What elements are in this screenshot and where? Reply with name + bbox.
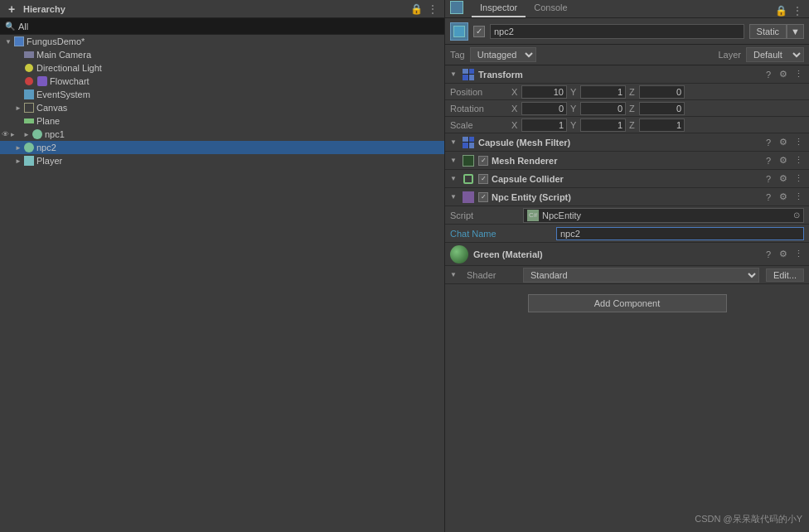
shader-row: ▼ Shader Standard Edit... bbox=[445, 266, 809, 284]
tab-console[interactable]: Console bbox=[526, 0, 575, 17]
mat-settings-icon[interactable]: ⚙ bbox=[778, 249, 789, 259]
mr-help-icon[interactable]: ? bbox=[763, 156, 774, 166]
shader-edit-button[interactable]: Edit... bbox=[766, 268, 804, 282]
pos-x-label: X bbox=[511, 87, 520, 97]
mr-menu-icon[interactable]: ⋮ bbox=[792, 155, 804, 166]
position-fields: X Y Z bbox=[511, 85, 804, 99]
object-enabled-checkbox[interactable] bbox=[473, 26, 485, 37]
script-value-field[interactable]: C# NpcEntity ⊙ bbox=[523, 208, 804, 223]
scale-y-input[interactable] bbox=[580, 118, 626, 132]
tree-label-npc2: npc2 bbox=[36, 143, 56, 152]
expand-arrow-root[interactable] bbox=[3, 36, 13, 46]
hierarchy-add-button[interactable]: + bbox=[5, 2, 18, 16]
inspector-menu-icon[interactable]: ⋮ bbox=[791, 4, 804, 17]
shader-select[interactable]: Standard bbox=[523, 268, 759, 283]
tag-select[interactable]: Untagged bbox=[470, 47, 536, 62]
tree-item-canvas[interactable]: Canvas bbox=[0, 101, 444, 114]
eye-icon-npc1[interactable]: 👁 bbox=[2, 130, 9, 138]
expand-npc2[interactable] bbox=[13, 143, 23, 152]
transform-menu-icon[interactable]: ⋮ bbox=[792, 69, 804, 80]
expand-player[interactable] bbox=[13, 156, 23, 166]
tree-item-event-system[interactable]: EventSystem bbox=[0, 88, 444, 101]
transform-collapse-arrow: ▼ bbox=[450, 70, 458, 78]
rotation-z-field: Z bbox=[629, 102, 685, 115]
tree-item-npc1-row: 👁 ▸ npc1 bbox=[0, 128, 444, 141]
transform-settings-icon[interactable]: ⚙ bbox=[778, 69, 789, 80]
mesh-filter-grid-icon bbox=[463, 137, 474, 148]
mesh-renderer-checkbox[interactable] bbox=[478, 156, 488, 166]
inspector-lock-icon[interactable]: 🔒 bbox=[774, 4, 787, 17]
rot-z-label: Z bbox=[629, 104, 637, 114]
capsule-collider-header[interactable]: ▼ Capsule Collider ? ⚙ ⋮ bbox=[445, 170, 809, 188]
cmf-menu-icon[interactable]: ⋮ bbox=[792, 137, 804, 148]
collider-border-icon bbox=[463, 174, 473, 184]
tree-item-player[interactable]: Player bbox=[0, 154, 444, 167]
tree-item-flowchart[interactable]: Flowchart bbox=[0, 75, 444, 88]
tree-label-event-system: EventSystem bbox=[36, 89, 90, 99]
ne-settings-icon[interactable]: ⚙ bbox=[778, 191, 789, 202]
static-dropdown-button[interactable]: ▼ bbox=[787, 24, 804, 39]
hierarchy-search-bar: 🔍 bbox=[0, 18, 444, 35]
transform-scale-row: Scale X Y Z bbox=[445, 117, 809, 133]
tree-label-plane: Plane bbox=[36, 116, 60, 126]
npc-entity-title: Npc Entity (Script) bbox=[492, 192, 759, 202]
grid-cell-3 bbox=[463, 75, 468, 80]
cmf-settings-icon[interactable]: ⚙ bbox=[778, 137, 789, 148]
rotation-z-input[interactable] bbox=[639, 102, 685, 115]
object-name-input[interactable] bbox=[490, 24, 744, 39]
hierarchy-tree: FungusDemo* Main Camera Directional Ligh… bbox=[0, 35, 444, 532]
transform-component-header[interactable]: ▼ Transform ? ⚙ ⋮ bbox=[445, 65, 809, 84]
expand-npc1[interactable] bbox=[22, 129, 31, 139]
rotation-y-input[interactable] bbox=[580, 102, 626, 115]
script-link-icon[interactable]: ⊙ bbox=[793, 210, 800, 220]
cc-settings-icon[interactable]: ⚙ bbox=[778, 173, 789, 184]
capsule-collider-checkbox[interactable] bbox=[478, 174, 488, 184]
capsule-collider-icon bbox=[462, 172, 475, 186]
ne-help-icon[interactable]: ? bbox=[763, 192, 774, 202]
chat-name-input[interactable] bbox=[556, 227, 804, 240]
hierarchy-search-input[interactable] bbox=[18, 22, 439, 31]
tab-inspector-icon-area bbox=[445, 0, 472, 17]
tree-label-npc1: npc1 bbox=[45, 129, 65, 139]
tab-inspector[interactable]: Inspector bbox=[472, 0, 526, 17]
tree-item-main-camera[interactable]: Main Camera bbox=[0, 48, 444, 61]
mesh-renderer-header[interactable]: ▼ Mesh Renderer ? ⚙ ⋮ bbox=[445, 152, 809, 170]
mat-menu-icon[interactable]: ⋮ bbox=[792, 249, 804, 259]
cmf-help-icon[interactable]: ? bbox=[763, 138, 774, 148]
hierarchy-lock-icon[interactable]: 🔒 bbox=[409, 2, 423, 16]
tree-label-player: Player bbox=[36, 156, 62, 166]
hierarchy-menu-icon[interactable]: ⋮ bbox=[426, 2, 439, 16]
position-label: Position bbox=[450, 87, 508, 97]
position-z-input[interactable] bbox=[639, 85, 685, 99]
script-name-label: NpcEntity bbox=[542, 210, 581, 220]
scale-x-input[interactable] bbox=[521, 118, 567, 132]
expand-canvas[interactable] bbox=[13, 103, 23, 113]
rotation-x-input[interactable] bbox=[521, 102, 567, 115]
cc-help-icon[interactable]: ? bbox=[763, 174, 774, 184]
cc-menu-icon[interactable]: ⋮ bbox=[792, 173, 804, 184]
npc-entity-header[interactable]: ▼ Npc Entity (Script) ? ⚙ ⋮ bbox=[445, 188, 809, 206]
material-title: Green (Material) bbox=[473, 249, 758, 259]
mr-settings-icon[interactable]: ⚙ bbox=[778, 155, 789, 166]
mf-grid-3 bbox=[463, 143, 468, 148]
script-row: Script C# NpcEntity ⊙ bbox=[445, 206, 809, 225]
ne-menu-icon[interactable]: ⋮ bbox=[792, 191, 804, 202]
transform-help-icon[interactable]: ? bbox=[763, 70, 774, 80]
tree-item-directional-light[interactable]: Directional Light bbox=[0, 61, 444, 75]
scale-z-input[interactable] bbox=[639, 118, 685, 132]
capsule-mesh-filter-header[interactable]: ▼ Capsule (Mesh Filter) ? ⚙ ⋮ bbox=[445, 133, 809, 152]
tree-item-npc2[interactable]: npc2 bbox=[0, 141, 444, 154]
static-button[interactable]: Static bbox=[749, 24, 787, 39]
mat-help-icon[interactable]: ? bbox=[763, 249, 774, 259]
layer-select[interactable]: Default bbox=[746, 47, 804, 62]
tree-item-npc1[interactable]: npc1 bbox=[15, 128, 444, 141]
material-header[interactable]: Green (Material) ? ⚙ ⋮ bbox=[445, 243, 809, 266]
tree-item-plane[interactable]: Plane bbox=[0, 114, 444, 128]
position-y-input[interactable] bbox=[580, 85, 626, 99]
npc-entity-checkbox[interactable] bbox=[478, 192, 488, 202]
transform-actions: ? ⚙ ⋮ bbox=[763, 69, 804, 80]
position-x-input[interactable] bbox=[521, 85, 567, 99]
tree-item-root[interactable]: FungusDemo* bbox=[0, 35, 444, 48]
add-component-button[interactable]: Add Component bbox=[528, 294, 727, 312]
light-icon bbox=[23, 62, 35, 74]
